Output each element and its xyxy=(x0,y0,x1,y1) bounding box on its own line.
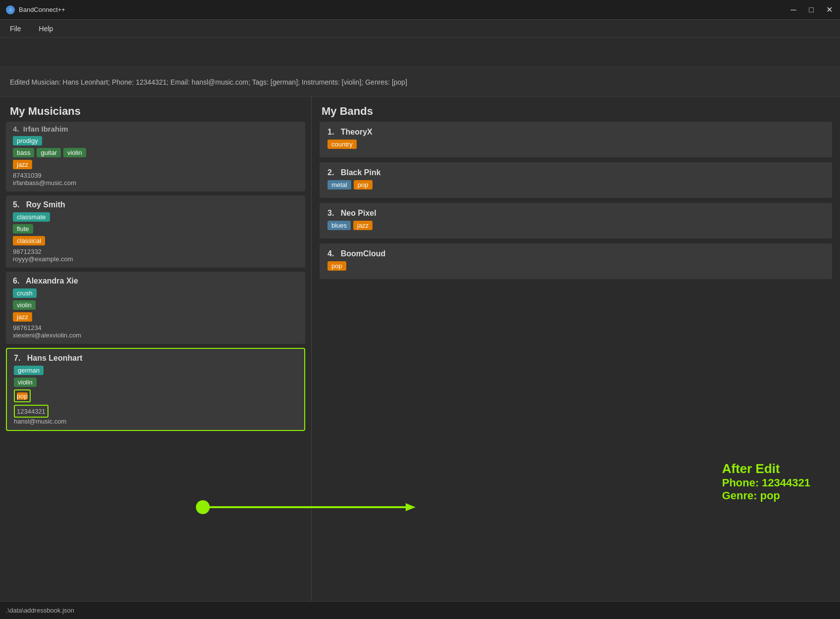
partial-tags-row: prodigy xyxy=(13,136,298,145)
main-content: My Musicians 4. Irfan Ibrahim prodigy ba… xyxy=(0,97,840,601)
partial-musician-name: 4. Irfan Ibrahim xyxy=(13,125,298,133)
musicians-list[interactable]: 4. Irfan Ibrahim prodigy bass guitar vio… xyxy=(0,122,311,601)
tags-row-5-genres: classical xyxy=(13,236,298,245)
musicians-panel: My Musicians 4. Irfan Ibrahim prodigy ba… xyxy=(0,97,312,601)
tag-country: country xyxy=(327,140,357,149)
band-name-2: 2. Black Pink xyxy=(327,168,824,177)
tag-jazz-3: jazz xyxy=(353,221,373,230)
band-genres-3: blues jazz xyxy=(327,221,824,230)
band-card-3[interactable]: 3. Neo Pixel blues jazz xyxy=(320,203,832,238)
annotation-area: After Edit Phone: 12344321 Genre: pop xyxy=(722,461,810,502)
musician-email-6: xiexieni@alexviolin.com xyxy=(13,332,298,339)
band-genres-4: pop xyxy=(327,261,824,271)
band-genres-1: country xyxy=(327,140,824,149)
menubar: File Help xyxy=(0,20,840,38)
bands-panel: My Bands 1. TheoryX country 2. Black Pin… xyxy=(312,97,840,601)
app-title: BandConnect++ xyxy=(19,6,65,13)
band-card-2[interactable]: 2. Black Pink metal pop xyxy=(320,162,832,198)
tags-row-7-tags: german xyxy=(14,366,297,375)
tag-jazz-6: jazz xyxy=(13,312,32,322)
toolbar xyxy=(0,38,840,67)
tag-german: german xyxy=(14,366,44,375)
bands-list: 1. TheoryX country 2. Black Pink metal p… xyxy=(312,122,840,290)
band-card-4[interactable]: 4. BoomCloud pop xyxy=(320,243,832,279)
tag-guitar: guitar xyxy=(37,148,61,157)
tag-flute: flute xyxy=(13,224,33,234)
tag-classical: classical xyxy=(13,236,45,245)
tag-crush: crush xyxy=(13,288,37,298)
titlebar-left: ♫ BandConnect++ xyxy=(6,5,65,14)
annotation-title: After Edit xyxy=(722,461,810,476)
tag-violin-7: violin xyxy=(14,378,37,387)
annotation-line-1: Phone: 12344321 xyxy=(722,476,810,489)
partial-genres-row: jazz xyxy=(13,160,298,169)
maximize-button[interactable]: □ xyxy=(806,5,816,15)
tags-row-6-tags: crush xyxy=(13,288,298,298)
musician-email-5: royyy@example.com xyxy=(13,255,298,263)
titlebar-controls: ─ □ ✕ xyxy=(789,5,834,15)
svg-marker-2 xyxy=(406,503,416,511)
tag-violin-6: violin xyxy=(13,300,36,310)
tag-pop: pop xyxy=(17,392,28,400)
tag-blues: blues xyxy=(327,221,351,230)
tag-classmate: classmate xyxy=(13,212,50,222)
partial-instruments-row: bass guitar violin xyxy=(13,148,298,157)
musician-name-5: 5. Roy Smith xyxy=(13,200,298,209)
musician-email-7: hansl@music.com xyxy=(14,418,297,425)
band-name-1: 1. TheoryX xyxy=(327,128,824,137)
tag-pop-2: pop xyxy=(354,180,373,190)
tags-row-5-tags: classmate xyxy=(13,212,298,222)
musician-card-5[interactable]: 5. Roy Smith classmate flute classical 9… xyxy=(6,195,305,268)
tags-row-7-instruments: violin xyxy=(14,378,297,387)
minimize-button[interactable]: ─ xyxy=(789,5,798,15)
band-genres-2: metal pop xyxy=(327,180,824,190)
band-name-3: 3. Neo Pixel xyxy=(327,209,824,218)
tag-prodigy: prodigy xyxy=(13,136,42,145)
musician-phone-6: 98761234 xyxy=(13,324,298,332)
tags-row-7-genres: pop xyxy=(14,389,297,402)
musicians-panel-title: My Musicians xyxy=(0,97,311,122)
close-button[interactable]: ✕ xyxy=(824,5,834,15)
menu-file[interactable]: File xyxy=(6,23,25,35)
musician-phone-highlighted: 12344321 xyxy=(14,405,297,418)
musician-name-7: 7. Hans Leonhart xyxy=(14,354,297,363)
tag-violin-4: violin xyxy=(63,148,86,157)
partial-musician-phone: 87431039 xyxy=(13,172,298,179)
edit-notice: Edited Musician: Hans Leonhart; Phone: 1… xyxy=(0,67,840,97)
app-icon: ♫ xyxy=(6,5,15,14)
musician-phone-7: 12344321 xyxy=(17,408,46,415)
tags-row-6-instruments: violin xyxy=(13,300,298,310)
statusbar-path: .\data\addressbook.json xyxy=(6,607,74,614)
bands-panel-title: My Bands xyxy=(312,97,840,122)
tag-bass: bass xyxy=(13,148,34,157)
tags-row-5-instruments: flute xyxy=(13,224,298,234)
band-name-4: 4. BoomCloud xyxy=(327,249,824,258)
titlebar: ♫ BandConnect++ ─ □ ✕ xyxy=(0,0,840,20)
menu-help[interactable]: Help xyxy=(35,23,57,35)
statusbar: .\data\addressbook.json xyxy=(0,601,840,619)
musician-phone-5: 98712332 xyxy=(13,248,298,255)
tags-row-6-genres: jazz xyxy=(13,312,298,322)
annotation-line-2: Genre: pop xyxy=(722,489,810,502)
band-card-1[interactable]: 1. TheoryX country xyxy=(320,122,832,157)
musician-card-7[interactable]: 7. Hans Leonhart german violin pop 12344… xyxy=(6,348,305,431)
musician-name-6: 6. Alexandra Xie xyxy=(13,277,298,286)
tag-pop-4: pop xyxy=(327,261,346,271)
musician-card-6[interactable]: 6. Alexandra Xie crush violin jazz 98761… xyxy=(6,272,305,344)
phone-box: 12344321 xyxy=(14,405,48,418)
tag-metal: metal xyxy=(327,180,351,190)
edit-notice-text: Edited Musician: Hans Leonhart; Phone: 1… xyxy=(10,78,407,86)
tag-pop-highlighted: pop xyxy=(14,389,31,402)
tag-jazz-4: jazz xyxy=(13,160,32,169)
partial-musician-email: irfanbass@music.com xyxy=(13,179,298,187)
musician-card-partial[interactable]: 4. Irfan Ibrahim prodigy bass guitar vio… xyxy=(6,122,305,191)
